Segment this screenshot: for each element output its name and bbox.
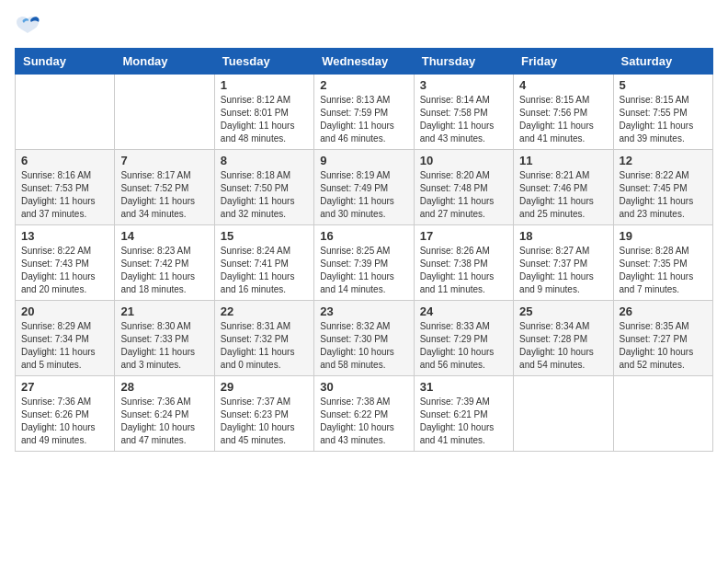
calendar-week-row: 27Sunrise: 7:36 AMSunset: 6:26 PMDayligh… xyxy=(16,376,713,452)
calendar-cell: 28Sunrise: 7:36 AMSunset: 6:24 PMDayligh… xyxy=(115,376,214,452)
day-info: Sunrise: 8:21 AMSunset: 7:46 PMDaylight:… xyxy=(519,169,607,221)
day-number: 18 xyxy=(519,229,607,243)
calendar-cell xyxy=(514,376,613,452)
calendar-cell: 4Sunrise: 8:15 AMSunset: 7:56 PMDaylight… xyxy=(514,75,613,150)
calendar-cell: 25Sunrise: 8:34 AMSunset: 7:28 PMDayligh… xyxy=(514,301,613,376)
calendar-cell xyxy=(613,376,712,452)
day-info: Sunrise: 8:22 AMSunset: 7:45 PMDaylight:… xyxy=(620,169,707,221)
day-number: 3 xyxy=(420,78,507,92)
day-number: 23 xyxy=(320,304,407,318)
day-number: 29 xyxy=(221,380,308,394)
day-info: Sunrise: 8:22 AMSunset: 7:43 PMDaylight:… xyxy=(21,245,108,296)
day-number: 7 xyxy=(120,154,208,167)
calendar-cell: 14Sunrise: 8:23 AMSunset: 7:42 PMDayligh… xyxy=(115,225,214,301)
day-info: Sunrise: 8:16 AMSunset: 7:53 PMDaylight:… xyxy=(21,169,108,221)
day-info: Sunrise: 7:39 AMSunset: 6:21 PMDaylight:… xyxy=(420,396,507,447)
day-number: 8 xyxy=(221,154,308,167)
day-number: 2 xyxy=(320,78,407,92)
day-number: 6 xyxy=(21,154,108,167)
calendar-cell: 24Sunrise: 8:33 AMSunset: 7:29 PMDayligh… xyxy=(414,301,513,376)
calendar-cell: 30Sunrise: 7:38 AMSunset: 6:22 PMDayligh… xyxy=(314,376,414,452)
day-info: Sunrise: 8:12 AMSunset: 8:01 PMDaylight:… xyxy=(221,94,308,145)
calendar-cell: 6Sunrise: 8:16 AMSunset: 7:53 PMDaylight… xyxy=(16,150,115,225)
calendar-cell: 2Sunrise: 8:13 AMSunset: 7:59 PMDaylight… xyxy=(314,75,414,150)
header-wednesday: Wednesday xyxy=(314,49,414,75)
day-number: 31 xyxy=(420,380,507,394)
calendar-cell: 7Sunrise: 8:17 AMSunset: 7:52 PMDaylight… xyxy=(115,150,214,225)
day-info: Sunrise: 8:30 AMSunset: 7:33 PMDaylight:… xyxy=(120,320,208,372)
day-number: 20 xyxy=(21,304,108,318)
day-info: Sunrise: 8:31 AMSunset: 7:32 PMDaylight:… xyxy=(221,320,308,372)
calendar-cell: 27Sunrise: 7:36 AMSunset: 6:26 PMDayligh… xyxy=(16,376,115,452)
calendar-cell: 21Sunrise: 8:30 AMSunset: 7:33 PMDayligh… xyxy=(115,301,214,376)
calendar-cell: 5Sunrise: 8:15 AMSunset: 7:55 PMDaylight… xyxy=(613,75,712,150)
calendar-cell: 13Sunrise: 8:22 AMSunset: 7:43 PMDayligh… xyxy=(16,225,115,301)
day-info: Sunrise: 8:33 AMSunset: 7:29 PMDaylight:… xyxy=(420,320,507,372)
calendar-cell: 9Sunrise: 8:19 AMSunset: 7:49 PMDaylight… xyxy=(314,150,414,225)
header-sunday: Sunday xyxy=(16,49,115,75)
day-info: Sunrise: 7:36 AMSunset: 6:24 PMDaylight:… xyxy=(120,396,208,447)
day-number: 19 xyxy=(620,229,707,243)
day-number: 14 xyxy=(120,229,208,243)
day-number: 17 xyxy=(420,229,507,243)
day-number: 13 xyxy=(21,229,108,243)
day-info: Sunrise: 8:26 AMSunset: 7:38 PMDaylight:… xyxy=(420,245,507,296)
day-number: 28 xyxy=(120,380,208,394)
day-number: 15 xyxy=(221,229,308,243)
header-monday: Monday xyxy=(115,49,214,75)
header-saturday: Saturday xyxy=(613,49,712,75)
day-info: Sunrise: 7:38 AMSunset: 6:22 PMDaylight:… xyxy=(320,396,407,447)
calendar-table: SundayMondayTuesdayWednesdayThursdayFrid… xyxy=(15,48,713,452)
day-number: 16 xyxy=(320,229,407,243)
day-info: Sunrise: 8:20 AMSunset: 7:48 PMDaylight:… xyxy=(420,169,507,221)
day-number: 11 xyxy=(519,154,607,167)
calendar-cell: 31Sunrise: 7:39 AMSunset: 6:21 PMDayligh… xyxy=(414,376,513,452)
header-friday: Friday xyxy=(514,49,613,75)
day-info: Sunrise: 8:13 AMSunset: 7:59 PMDaylight:… xyxy=(320,94,407,145)
calendar-cell xyxy=(16,75,115,150)
day-number: 12 xyxy=(620,154,707,167)
day-info: Sunrise: 8:34 AMSunset: 7:28 PMDaylight:… xyxy=(519,320,607,372)
day-number: 21 xyxy=(120,304,208,318)
calendar-cell: 1Sunrise: 8:12 AMSunset: 8:01 PMDaylight… xyxy=(214,75,313,150)
calendar-cell: 22Sunrise: 8:31 AMSunset: 7:32 PMDayligh… xyxy=(214,301,313,376)
day-info: Sunrise: 8:17 AMSunset: 7:52 PMDaylight:… xyxy=(120,169,208,221)
day-info: Sunrise: 8:19 AMSunset: 7:49 PMDaylight:… xyxy=(320,169,407,221)
day-number: 4 xyxy=(519,78,607,92)
day-number: 27 xyxy=(21,380,108,394)
page-header xyxy=(15,15,713,40)
calendar-cell: 16Sunrise: 8:25 AMSunset: 7:39 PMDayligh… xyxy=(314,225,414,301)
calendar-header-row: SundayMondayTuesdayWednesdayThursdayFrid… xyxy=(16,49,713,75)
day-number: 24 xyxy=(420,304,507,318)
calendar-cell: 11Sunrise: 8:21 AMSunset: 7:46 PMDayligh… xyxy=(514,150,613,225)
header-thursday: Thursday xyxy=(414,49,513,75)
calendar-cell: 17Sunrise: 8:26 AMSunset: 7:38 PMDayligh… xyxy=(414,225,513,301)
calendar-cell: 19Sunrise: 8:28 AMSunset: 7:35 PMDayligh… xyxy=(613,225,712,301)
day-info: Sunrise: 7:37 AMSunset: 6:23 PMDaylight:… xyxy=(221,396,308,447)
day-info: Sunrise: 8:15 AMSunset: 7:56 PMDaylight:… xyxy=(519,94,607,145)
day-info: Sunrise: 8:15 AMSunset: 7:55 PMDaylight:… xyxy=(620,94,707,145)
calendar-week-row: 6Sunrise: 8:16 AMSunset: 7:53 PMDaylight… xyxy=(16,150,713,225)
calendar-cell: 18Sunrise: 8:27 AMSunset: 7:37 PMDayligh… xyxy=(514,225,613,301)
calendar-cell: 15Sunrise: 8:24 AMSunset: 7:41 PMDayligh… xyxy=(214,225,313,301)
day-number: 1 xyxy=(221,78,308,92)
calendar-cell xyxy=(115,75,214,150)
day-info: Sunrise: 8:25 AMSunset: 7:39 PMDaylight:… xyxy=(320,245,407,296)
header-tuesday: Tuesday xyxy=(214,49,313,75)
day-info: Sunrise: 8:23 AMSunset: 7:42 PMDaylight:… xyxy=(120,245,208,296)
day-info: Sunrise: 8:14 AMSunset: 7:58 PMDaylight:… xyxy=(420,94,507,145)
day-number: 30 xyxy=(320,380,407,394)
logo xyxy=(15,15,44,40)
day-info: Sunrise: 8:28 AMSunset: 7:35 PMDaylight:… xyxy=(620,245,707,296)
calendar-cell: 10Sunrise: 8:20 AMSunset: 7:48 PMDayligh… xyxy=(414,150,513,225)
calendar-week-row: 1Sunrise: 8:12 AMSunset: 8:01 PMDaylight… xyxy=(16,75,713,150)
calendar-cell: 3Sunrise: 8:14 AMSunset: 7:58 PMDaylight… xyxy=(414,75,513,150)
calendar-cell: 29Sunrise: 7:37 AMSunset: 6:23 PMDayligh… xyxy=(214,376,313,452)
calendar-cell: 8Sunrise: 8:18 AMSunset: 7:50 PMDaylight… xyxy=(214,150,313,225)
calendar-cell: 20Sunrise: 8:29 AMSunset: 7:34 PMDayligh… xyxy=(16,301,115,376)
day-info: Sunrise: 8:27 AMSunset: 7:37 PMDaylight:… xyxy=(519,245,607,296)
day-number: 22 xyxy=(221,304,308,318)
day-number: 26 xyxy=(620,304,707,318)
day-info: Sunrise: 8:24 AMSunset: 7:41 PMDaylight:… xyxy=(221,245,308,296)
day-info: Sunrise: 8:29 AMSunset: 7:34 PMDaylight:… xyxy=(21,320,108,372)
